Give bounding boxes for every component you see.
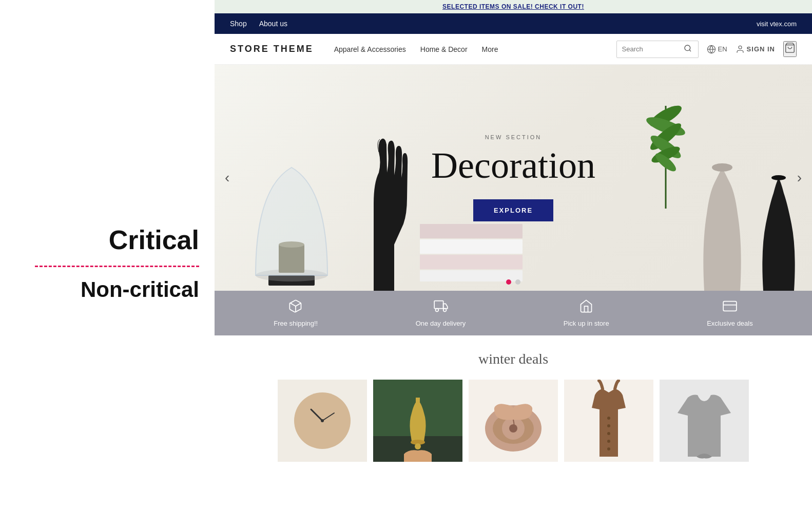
- deal-card-clock[interactable]: [278, 380, 367, 462]
- delivery-icon: [434, 299, 448, 316]
- nav-home-decor[interactable]: Home & Decor: [420, 45, 468, 53]
- hero-cta-button[interactable]: EXPLORE: [473, 199, 553, 221]
- hero-subtitle: NEW SECTION: [431, 134, 595, 140]
- top-nav-shop[interactable]: Shop: [230, 15, 247, 32]
- critical-divider: [35, 266, 199, 267]
- clock-product-image: [278, 380, 367, 462]
- feature-pickup: Pick up in store: [564, 299, 609, 327]
- gray-vase-decoration: [689, 142, 756, 291]
- svg-point-31: [321, 419, 324, 422]
- svg-rect-23: [434, 301, 443, 309]
- sign-in-button[interactable]: SIGN IN: [736, 45, 775, 54]
- svg-rect-35: [416, 398, 420, 403]
- features-bar: Free shipping!! One day delivery Pick: [215, 291, 812, 335]
- svg-line-1: [689, 50, 691, 51]
- deals-section: winter deals: [215, 335, 812, 472]
- svg-point-8: [279, 241, 304, 248]
- svg-point-42: [607, 424, 610, 427]
- carousel-next-button[interactable]: ›: [792, 164, 807, 191]
- deal-card-phone[interactable]: [469, 380, 558, 462]
- search-icon-button[interactable]: [684, 44, 692, 54]
- deals-icon: [723, 299, 737, 316]
- deal-card-tshirt[interactable]: [660, 380, 749, 462]
- cart-button[interactable]: [783, 41, 797, 57]
- svg-rect-10: [420, 255, 523, 269]
- site-logo[interactable]: STORE THEME: [230, 44, 314, 54]
- globe-icon: [707, 45, 716, 54]
- carousel-dots: [506, 279, 520, 285]
- svg-rect-26: [723, 302, 737, 311]
- non-critical-label: Non-critical: [81, 277, 199, 302]
- annotation-panel: Critical Non-critical: [0, 0, 215, 526]
- hero-title: Decoration: [431, 144, 595, 187]
- deal-card-bell[interactable]: [373, 380, 462, 462]
- user-icon: [736, 45, 745, 54]
- language-selector[interactable]: EN: [707, 45, 727, 54]
- deals-grid: [225, 380, 802, 462]
- svg-point-43: [607, 432, 610, 435]
- chevron-right-icon: ›: [797, 170, 802, 185]
- feature-deals: Exclusive deals: [707, 299, 753, 327]
- deal-card-top[interactable]: [564, 380, 653, 462]
- shipping-icon: [288, 299, 303, 316]
- announcement-bar[interactable]: SELECTED ITEMS ON SALE! CHECK IT OUT!: [215, 0, 812, 13]
- svg-point-21: [771, 175, 786, 180]
- feature-delivery-label: One day delivery: [416, 320, 466, 327]
- svg-rect-12: [420, 224, 523, 238]
- main-header: STORE THEME Apparel & Accessories Home &…: [215, 34, 812, 65]
- search-icon: [684, 44, 692, 52]
- hand-sculpture-decoration: [348, 132, 410, 291]
- svg-point-44: [607, 440, 610, 443]
- top-nav-vtex-link[interactable]: visit vtex.com: [757, 20, 797, 28]
- top-product-image: [564, 380, 653, 462]
- feature-shipping-label: Free shipping!!: [274, 320, 318, 327]
- announcement-text: SELECTED ITEMS ON SALE! CHECK IT OUT!: [442, 3, 584, 10]
- chevron-left-icon: ‹: [225, 170, 229, 185]
- header-actions: EN SIGN IN: [616, 41, 797, 58]
- search-input[interactable]: [622, 45, 684, 53]
- critical-label: Critical: [109, 224, 199, 255]
- phone-product-image: [469, 380, 558, 462]
- cart-icon: [784, 42, 796, 53]
- sign-in-label: SIGN IN: [747, 45, 775, 53]
- svg-point-0: [685, 45, 690, 51]
- svg-point-20: [712, 163, 732, 172]
- top-nav: Shop About us visit vtex.com: [215, 13, 812, 34]
- bell-product-image: [373, 380, 462, 462]
- deals-title: winter deals: [225, 351, 802, 367]
- hero-content: NEW SECTION Decoration EXPLORE: [431, 134, 595, 221]
- svg-point-25: [443, 309, 446, 312]
- site-wrapper: SELECTED ITEMS ON SALE! CHECK IT OUT! Sh…: [215, 0, 812, 526]
- carousel-dot-2[interactable]: [515, 279, 520, 285]
- hero-banner: NEW SECTION Decoration EXPLORE ‹ ›: [215, 65, 812, 291]
- carousel-prev-button[interactable]: ‹: [220, 164, 235, 191]
- svg-point-3: [739, 46, 742, 49]
- carousel-dot-1[interactable]: [506, 279, 511, 285]
- glass-dome-decoration: [240, 126, 343, 291]
- nav-apparel[interactable]: Apparel & Accessories: [334, 45, 406, 53]
- search-box[interactable]: [616, 41, 699, 58]
- svg-rect-11: [420, 239, 523, 254]
- svg-point-36: [415, 443, 421, 449]
- svg-rect-7: [279, 245, 304, 273]
- tshirt-product-image: [660, 380, 749, 462]
- svg-point-45: [607, 447, 610, 450]
- store-icon: [579, 299, 593, 316]
- feature-deals-label: Exclusive deals: [707, 320, 753, 327]
- nav-more[interactable]: More: [482, 45, 498, 53]
- svg-point-24: [435, 309, 438, 312]
- feature-pickup-label: Pick up in store: [564, 320, 609, 327]
- main-nav: Apparel & Accessories Home & Decor More: [334, 45, 616, 53]
- top-nav-about[interactable]: About us: [259, 15, 287, 32]
- lang-label: EN: [718, 45, 727, 53]
- feature-free-shipping: Free shipping!!: [274, 299, 318, 327]
- svg-point-41: [607, 417, 610, 420]
- feature-delivery: One day delivery: [416, 299, 466, 327]
